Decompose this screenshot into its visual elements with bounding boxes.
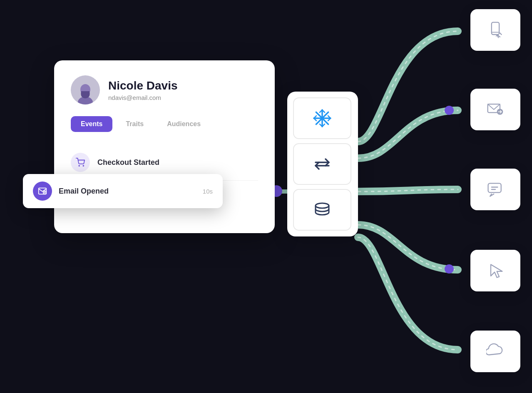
svg-rect-24 — [492, 22, 499, 35]
svg-rect-28 — [488, 183, 501, 192]
svg-point-23 — [316, 203, 329, 208]
svg-point-5 — [83, 165, 84, 166]
dest-mobile-tap — [470, 9, 520, 51]
dest-cloud — [470, 331, 520, 372]
profile-header: Nicole Davis ndavis@email.com — [71, 75, 258, 104]
profile-info: Nicole Davis ndavis@email.com — [108, 79, 178, 102]
curve-dot-bottom — [445, 264, 454, 274]
email-opened-label: Email Opened — [59, 187, 196, 196]
email-popup-icon — [33, 182, 52, 201]
event-icon-checkout — [71, 153, 90, 172]
tab-traits[interactable]: Traits — [116, 116, 154, 132]
dest-email-forward — [470, 89, 520, 130]
tab-audiences[interactable]: Audiences — [157, 116, 211, 132]
dest-cursor — [470, 250, 520, 291]
email-opened-popup: Email Opened 10s — [23, 174, 223, 208]
event-name-checkout: Checkout Started — [97, 158, 159, 167]
connector-transfer — [293, 143, 351, 185]
profile-email: ndavis@email.com — [108, 94, 178, 101]
connector-database — [293, 189, 351, 231]
profile-name: Nicole Davis — [108, 79, 178, 93]
connector-snowflake — [293, 97, 351, 139]
svg-point-4 — [79, 165, 80, 166]
avatar — [71, 75, 100, 104]
curve-dot-top — [445, 106, 454, 115]
tabs-container: Events Traits Audiences — [71, 116, 258, 132]
email-popup-time: 10s — [203, 188, 213, 195]
connector-box — [287, 92, 358, 236]
dest-chat — [470, 169, 520, 210]
tab-events[interactable]: Events — [71, 116, 112, 132]
